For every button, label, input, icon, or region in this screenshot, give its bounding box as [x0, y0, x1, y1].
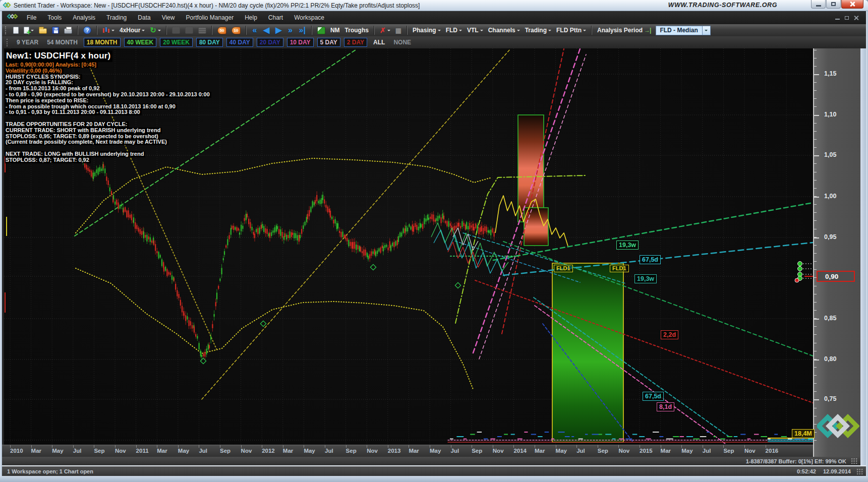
timeframe-5-day[interactable]: 5 DAY: [317, 38, 340, 47]
chevron-down-icon: [517, 30, 520, 33]
toolbar-grip[interactable]: [5, 26, 7, 34]
timeframe-40-day[interactable]: 40 DAY: [226, 38, 253, 47]
nav-prev-icon: ◀: [263, 26, 270, 34]
mdi-close-icon[interactable]: [854, 16, 859, 20]
menu-tools[interactable]: Tools: [42, 12, 67, 24]
refresh-button[interactable]: ↻: [148, 25, 163, 35]
nav-last-button[interactable]: »|: [297, 25, 308, 35]
help-button[interactable]: ?: [81, 25, 93, 35]
toolbar-menu-trading[interactable]: Trading: [523, 25, 553, 35]
minimize-button[interactable]: [811, 0, 826, 9]
menu-analysis[interactable]: Analysis: [67, 12, 101, 24]
price-minor-tick: [814, 106, 817, 107]
price-minor-tick: [814, 367, 817, 368]
nav-prev-button[interactable]: ◀: [261, 25, 272, 35]
rewind-50-button[interactable]: 50: [215, 25, 228, 35]
timeframe-2-day[interactable]: 2 DAY: [344, 38, 367, 47]
toolbar-menu-phasing[interactable]: Phasing: [411, 25, 443, 35]
price-minor-tick: [814, 123, 817, 124]
mdi-restore-icon[interactable]: [845, 16, 849, 20]
new-workspace-button[interactable]: [11, 25, 21, 35]
price-tick-label: 1,15: [824, 70, 836, 77]
toolbar-separator: [211, 26, 212, 35]
save-button[interactable]: [50, 25, 61, 35]
price-minor-tick: [814, 375, 817, 376]
analysis-period-button[interactable]: Analysis Period→|: [595, 25, 653, 35]
app-icon: [4, 2, 11, 9]
mdi-minimize-icon[interactable]: [835, 19, 840, 20]
analysis-period-label: Analysis Period: [597, 27, 643, 34]
price-axis[interactable]: 1,151,101,051,000,950,850,800,75 0,90: [813, 48, 860, 457]
timeframe-54-month[interactable]: 54 MONTH: [44, 38, 80, 46]
toolbar-menu-fld[interactable]: FLD: [444, 25, 464, 35]
troughs-button[interactable]: Troughs: [343, 25, 371, 35]
toolbar-menu-vtl[interactable]: VTL: [465, 25, 485, 35]
chart-type-button[interactable]: [100, 25, 117, 35]
date-label: Jul: [576, 448, 585, 454]
date-label: Mar: [409, 448, 419, 454]
new-file-icon: [13, 27, 19, 34]
nav-first-button[interactable]: «: [250, 25, 260, 35]
menu-trading[interactable]: Trading: [101, 12, 132, 24]
chevron-down-icon: [459, 30, 462, 33]
rewind-10-button[interactable]: 10: [229, 25, 243, 35]
rewind-50-icon: 50: [217, 27, 226, 34]
right-window-border: [860, 48, 866, 465]
date-label: Jul: [451, 448, 459, 454]
period-selector[interactable]: 4xHour: [118, 25, 147, 35]
nav-play-icon: ▶: [275, 26, 282, 34]
timeframe-bar-grip[interactable]: [7, 39, 9, 46]
date-axis[interactable]: 2010MarMayJulSepNov2011MarMayJulSepNov20…: [0, 445, 813, 457]
open-button[interactable]: [37, 25, 49, 35]
toolbar-menu-channels[interactable]: Channels: [486, 25, 522, 35]
timeframe-20-week[interactable]: 20 WEEK: [160, 38, 193, 47]
delete-analysis-button[interactable]: ✗: [378, 25, 392, 35]
timeframe-40-week[interactable]: 40 WEEK: [124, 38, 157, 47]
price-major-tick: [814, 197, 819, 198]
fld-median-combobox[interactable]: FLD - Median: [656, 26, 710, 35]
price-major-tick: [814, 74, 819, 75]
resize-grip[interactable]: [851, 458, 857, 464]
period-value: 4xHour: [120, 27, 140, 34]
toolbar: ? 4xHour ↻ 50 10 « ◀ ▶ » »| NM Troughs ✗…: [2, 24, 866, 36]
menu-data[interactable]: Data: [132, 12, 156, 24]
price-minor-tick: [814, 310, 817, 311]
new-chart-button[interactable]: [22, 25, 36, 35]
price-chart-canvas[interactable]: [0, 48, 813, 445]
date-label: Sep: [598, 448, 608, 454]
close-button[interactable]: [841, 0, 863, 9]
toolbar-menu-fld-pttn[interactable]: FLD Pttn: [554, 25, 588, 35]
date-label: Sep: [220, 448, 230, 454]
nav-play-button[interactable]: ▶: [273, 25, 284, 35]
timeframe-bar: 9 YEAR54 MONTH18 MONTH40 WEEK20 WEEK80 D…: [2, 36, 866, 48]
timeframe-10-day[interactable]: 10 DAY: [287, 38, 314, 47]
price-minor-tick: [814, 90, 817, 91]
date-label: Mar: [31, 448, 41, 454]
price-minor-tick: [814, 98, 817, 99]
timeframe-20-day[interactable]: 20 DAY: [257, 38, 283, 47]
menu-workspace[interactable]: Workspace: [288, 12, 330, 24]
timeframe-9-year[interactable]: 9 YEAR: [14, 38, 41, 46]
menu-file[interactable]: File: [21, 12, 42, 24]
menu-chart[interactable]: Chart: [263, 12, 288, 24]
resize-grip[interactable]: [856, 468, 863, 474]
combobox-dropdown-button[interactable]: [702, 26, 710, 35]
menu-help[interactable]: Help: [239, 12, 263, 24]
price-minor-tick: [814, 180, 817, 180]
nav-next-button[interactable]: »: [285, 25, 296, 35]
troughs-mode-button[interactable]: [315, 25, 327, 35]
timeframe-18-month[interactable]: 18 MONTH: [84, 38, 121, 47]
title-bar: Sentient Trader - Workspace: New - [USDC…: [0, 0, 868, 11]
price-minor-tick: [814, 286, 817, 286]
chevron-down-icon: [142, 30, 145, 33]
restore-button[interactable]: [826, 0, 841, 9]
menu-portfolio-manager[interactable]: Portfolio Manager: [180, 12, 239, 24]
timeframe-80-day[interactable]: 80 DAY: [196, 38, 223, 47]
menu-view[interactable]: View: [156, 12, 181, 24]
timeframe-none[interactable]: NONE: [391, 38, 414, 46]
nav-first-icon: «: [252, 26, 257, 34]
print-button[interactable]: [62, 25, 74, 35]
chevron-down-icon: [158, 30, 161, 33]
timeframe-all[interactable]: ALL: [371, 38, 387, 46]
refresh-icon: ↻: [150, 27, 156, 34]
